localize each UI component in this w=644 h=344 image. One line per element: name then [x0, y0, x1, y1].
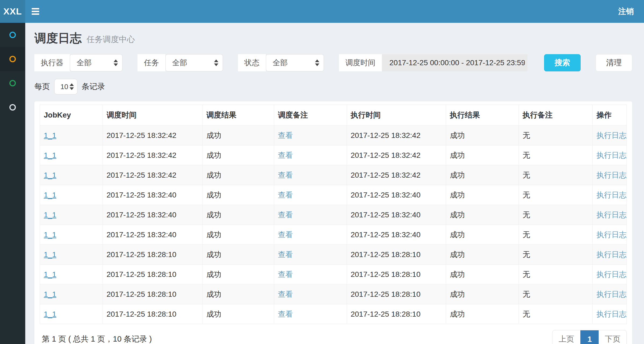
executor-filter-label: 执行器 [34, 54, 70, 71]
current-page-button[interactable]: 1 [580, 330, 599, 344]
execution-log-link[interactable]: 执行日志 [596, 211, 627, 219]
column-header: JobKey [40, 105, 103, 126]
table-cell: 查看 [274, 165, 347, 185]
execution-log-link[interactable]: 执行日志 [596, 191, 627, 199]
status-select[interactable]: 全部 [266, 54, 324, 71]
execution-log-link[interactable]: 执行日志 [596, 250, 627, 259]
jobkey-link[interactable]: 1_1 [44, 211, 56, 219]
column-header: 调度时间 [103, 105, 202, 126]
table-cell: 1_1 [40, 265, 103, 284]
search-button[interactable]: 搜索 [544, 54, 581, 71]
table-cell: 执行日志 [593, 205, 627, 225]
executor-select[interactable]: 全部 [70, 54, 122, 71]
handle-result-cell: 成功 [446, 126, 519, 145]
sidebar-toggle-button[interactable] [32, 0, 48, 23]
executor-select-value: 全部 [77, 58, 92, 68]
table-cell: 1_1 [40, 284, 103, 304]
view-trigger-msg-link[interactable]: 查看 [278, 310, 293, 318]
table-row: 1_12017-12-25 18:28:10成功查看2017-12-25 18:… [40, 284, 627, 304]
execution-log-link[interactable]: 执行日志 [596, 290, 627, 298]
sidebar-item-4[interactable] [0, 95, 25, 119]
page-size-suffix-label: 条记录 [82, 81, 105, 92]
table-cell: 执行日志 [593, 145, 627, 165]
execution-log-link[interactable]: 执行日志 [596, 310, 627, 318]
handle-time-cell: 2017-12-25 18:28:10 [347, 265, 446, 284]
select-stepper-icon [114, 60, 118, 66]
execution-log-link[interactable]: 执行日志 [596, 131, 627, 140]
table-cell: 查看 [274, 245, 347, 265]
trigger-time-range-input[interactable] [382, 54, 527, 71]
table-cell: 执行日志 [593, 126, 627, 145]
table-cell: 1_1 [40, 145, 103, 165]
job-filter-group: 任务 全部 [138, 54, 223, 71]
top-navbar: XXL 注销 [0, 0, 644, 23]
table-row: 1_12017-12-25 18:28:10成功查看2017-12-25 18:… [40, 265, 627, 284]
execution-log-link[interactable]: 执行日志 [596, 270, 627, 279]
handle-msg-cell: 无 [519, 126, 592, 145]
jobkey-link[interactable]: 1_1 [44, 250, 56, 259]
select-stepper-icon [214, 60, 218, 66]
execution-log-link[interactable]: 执行日志 [596, 171, 627, 179]
handle-result-cell: 成功 [446, 145, 519, 165]
pagination-row: 第 1 页 ( 总共 1 页，10 条记录 ) 上页 1 下页 [40, 330, 627, 344]
table-header-row: JobKey调度时间调度结果调度备注执行时间执行结果执行备注操作 [40, 105, 627, 126]
table-row: 1_12017-12-25 18:32:40成功查看2017-12-25 18:… [40, 225, 627, 245]
table-row: 1_12017-12-25 18:28:10成功查看2017-12-25 18:… [40, 304, 627, 324]
handle-time-cell: 2017-12-25 18:32:40 [347, 205, 446, 225]
table-cell: 执行日志 [593, 245, 627, 265]
execution-log-link[interactable]: 执行日志 [596, 230, 627, 239]
table-row: 1_12017-12-25 18:32:42成功查看2017-12-25 18:… [40, 126, 627, 145]
view-trigger-msg-link[interactable]: 查看 [278, 270, 293, 279]
view-trigger-msg-link[interactable]: 查看 [278, 151, 293, 159]
page-size-value: 10 [60, 83, 68, 91]
column-header: 调度结果 [202, 105, 274, 126]
sidebar-item-2[interactable] [0, 47, 25, 71]
handle-msg-cell: 无 [519, 165, 592, 185]
handle-result-cell: 成功 [446, 185, 519, 205]
handle-result-cell: 成功 [446, 225, 519, 245]
jobkey-link[interactable]: 1_1 [44, 230, 56, 239]
jobkey-link[interactable]: 1_1 [44, 310, 56, 318]
handle-msg-cell: 无 [519, 185, 592, 205]
dispatch-log-table: JobKey调度时间调度结果调度备注执行时间执行结果执行备注操作 1_12017… [40, 105, 627, 324]
table-cell: 执行日志 [593, 225, 627, 245]
page-size-select[interactable]: 10 [54, 79, 77, 94]
clear-button[interactable]: 清理 [596, 54, 632, 71]
jobkey-link[interactable]: 1_1 [44, 171, 56, 179]
job-select[interactable]: 全部 [165, 54, 223, 71]
view-trigger-msg-link[interactable]: 查看 [278, 171, 293, 179]
table-cell: 1_1 [40, 304, 103, 324]
logout-button[interactable]: 注销 [618, 0, 634, 23]
jobkey-link[interactable]: 1_1 [44, 270, 56, 279]
handle-time-cell: 2017-12-25 18:32:40 [347, 185, 446, 205]
view-trigger-msg-link[interactable]: 查看 [278, 211, 293, 219]
jobkey-link[interactable]: 1_1 [44, 131, 56, 140]
executor-filter-group: 执行器 全部 [34, 54, 122, 71]
view-trigger-msg-link[interactable]: 查看 [278, 131, 293, 140]
table-row: 1_12017-12-25 18:28:10成功查看2017-12-25 18:… [40, 245, 627, 265]
view-trigger-msg-link[interactable]: 查看 [278, 290, 293, 298]
select-stepper-icon [315, 60, 319, 66]
trigger-time-cell: 2017-12-25 18:32:40 [103, 185, 202, 205]
sidebar-item-1[interactable] [0, 23, 25, 47]
circle-outline-icon [9, 56, 16, 62]
hamburger-icon [32, 8, 39, 15]
sidebar-item-3[interactable] [0, 71, 25, 95]
jobkey-link[interactable]: 1_1 [44, 290, 56, 298]
execution-log-link[interactable]: 执行日志 [596, 151, 627, 159]
table-cell: 查看 [274, 284, 347, 304]
view-trigger-msg-link[interactable]: 查看 [278, 250, 293, 259]
jobkey-link[interactable]: 1_1 [44, 151, 56, 159]
view-trigger-msg-link[interactable]: 查看 [278, 230, 293, 239]
page-title: 调度日志 [34, 31, 82, 45]
circle-outline-icon [9, 80, 16, 86]
handle-time-cell: 2017-12-25 18:28:10 [347, 284, 446, 304]
next-page-button[interactable]: 下页 [599, 330, 627, 344]
jobkey-link[interactable]: 1_1 [44, 191, 56, 199]
table-row: 1_12017-12-25 18:32:40成功查看2017-12-25 18:… [40, 185, 627, 205]
prev-page-button[interactable]: 上页 [552, 330, 580, 344]
table-row: 1_12017-12-25 18:32:42成功查看2017-12-25 18:… [40, 165, 627, 185]
app-logo[interactable]: XXL [0, 0, 25, 23]
view-trigger-msg-link[interactable]: 查看 [278, 191, 293, 199]
handle-msg-cell: 无 [519, 284, 592, 304]
